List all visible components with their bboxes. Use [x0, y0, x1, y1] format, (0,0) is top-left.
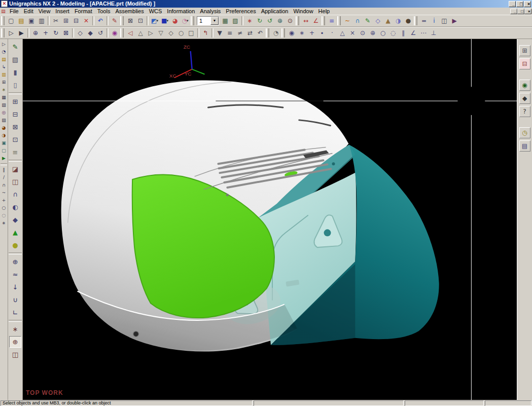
- window-cascade-icon[interactable]: ◫: [439, 16, 449, 26]
- menu-insert[interactable]: Insert: [53, 8, 72, 15]
- split-body-icon[interactable]: ◫: [9, 176, 21, 188]
- assembly-navigator-tab[interactable]: ⊞: [519, 45, 530, 56]
- toolbar-grip[interactable]: [1, 16, 5, 25]
- pen-tool-icon[interactable]: ✎: [110, 16, 120, 26]
- fit-icon[interactable]: ⊠: [61, 28, 71, 38]
- feature-faces-icon[interactable]: □: [186, 28, 196, 38]
- status-resize-grip[interactable]: [485, 400, 531, 406]
- macro-icon[interactable]: ▶: [449, 16, 459, 26]
- sphere-icon[interactable]: ●: [9, 239, 21, 251]
- shaded-icon[interactable]: ◆: [85, 28, 95, 38]
- point-star-icon[interactable]: ∗: [1, 220, 7, 227]
- mid-point-icon[interactable]: ·: [327, 28, 337, 38]
- datum-stack-icon[interactable]: ≡: [9, 146, 21, 158]
- adjacent-faces-icon[interactable]: ▽: [156, 28, 166, 38]
- corner-icon[interactable]: ∟: [9, 307, 21, 318]
- preferences-icon[interactable]: ◔: [271, 28, 281, 38]
- toolbar-grip[interactable]: [296, 16, 299, 25]
- history-tab[interactable]: ◷: [519, 127, 530, 138]
- toolbar-grip[interactable]: [120, 28, 124, 38]
- menu-wcs[interactable]: WCS: [147, 8, 165, 15]
- teapot-icon[interactable]: ◕: [1, 125, 7, 131]
- pin-icon[interactable]: ∗: [1, 87, 7, 93]
- arc-tool-icon[interactable]: ∩: [1, 182, 7, 189]
- arrow-tool-icon[interactable]: ↳: [1, 64, 7, 70]
- paste-icon[interactable]: ⊟: [71, 16, 81, 26]
- cylinder-icon[interactable]: ▯: [9, 79, 21, 91]
- general-selection-icon[interactable]: ◁: [125, 28, 135, 38]
- cut-icon[interactable]: ✂: [51, 16, 61, 26]
- clip-section-icon-dropdown-arrow[interactable]: ▾: [187, 18, 189, 24]
- extrude-body-icon[interactable]: ▮: [9, 66, 21, 78]
- arc-icon[interactable]: ∩: [352, 16, 363, 26]
- annotation-icon[interactable]: ≡: [327, 16, 337, 26]
- zoom-icon[interactable]: ⊕: [30, 28, 41, 38]
- flag-icon[interactable]: ▶: [1, 155, 7, 162]
- arc-center-icon[interactable]: ⊙: [358, 28, 368, 38]
- toolbar-grip[interactable]: [1, 28, 5, 38]
- point-on-face-icon[interactable]: ◌: [388, 28, 398, 38]
- menu-information[interactable]: Information: [164, 8, 197, 15]
- two-curves-icon[interactable]: ∥: [398, 28, 408, 38]
- clip-section-icon[interactable]: ◔▾: [180, 16, 190, 26]
- display-mode-icon-dropdown-arrow[interactable]: ▾: [166, 18, 168, 24]
- menu-view[interactable]: View: [36, 8, 53, 15]
- invert-selection-icon[interactable]: ⇄: [245, 28, 255, 38]
- snap-point-icon[interactable]: ∗: [244, 16, 255, 26]
- pan-icon[interactable]: +: [41, 28, 51, 38]
- minimize-button[interactable]: _: [509, 1, 516, 7]
- information-window-icon[interactable]: i: [429, 16, 439, 26]
- circle-icon[interactable]: ○: [1, 205, 7, 211]
- mdi-minimize-button[interactable]: _: [510, 9, 517, 14]
- offset-curve-icon[interactable]: ≈: [9, 269, 21, 280]
- quadrant-point-icon[interactable]: ⊕: [368, 28, 378, 38]
- revolve-icon[interactable]: ◑: [393, 16, 403, 26]
- graphics-viewport[interactable]: ZC XC YC TOP WORK: [23, 39, 517, 400]
- control-point-icon[interactable]: △: [337, 28, 347, 38]
- select-cursor-icon[interactable]: ▷: [1, 41, 7, 48]
- datum-plane-icon[interactable]: ◇: [373, 16, 383, 26]
- existing-point-icon[interactable]: +: [307, 28, 317, 38]
- menu-tools[interactable]: Tools: [95, 8, 113, 15]
- viewport-canvas[interactable]: ZC XC YC: [23, 39, 517, 400]
- wcs-display-icon[interactable]: ⊙: [285, 16, 295, 26]
- toolbar-grip[interactable]: [281, 28, 285, 38]
- display-mode-icon[interactable]: ■▾: [160, 16, 170, 26]
- point-plus-icon[interactable]: +: [1, 197, 7, 204]
- help-tab[interactable]: ?: [519, 106, 530, 117]
- snap-angle-icon[interactable]: ∠: [408, 28, 418, 38]
- copy-icon[interactable]: ⊞: [61, 16, 71, 26]
- inferred-point-icon[interactable]: ◉: [287, 28, 297, 38]
- update-display-icon[interactable]: ↺: [95, 28, 105, 38]
- mdi-restore-button[interactable]: □: [517, 9, 524, 14]
- view-orbit-icon[interactable]: ◔: [1, 49, 7, 55]
- measure-angle-icon[interactable]: ∠: [311, 16, 321, 26]
- new-icon[interactable]: ▢: [6, 16, 16, 26]
- spline-icon[interactable]: ~: [1, 190, 7, 196]
- folder-open-icon[interactable]: ▤: [1, 56, 7, 63]
- print-icon[interactable]: ▥: [37, 16, 47, 26]
- wcs-dynamics-icon[interactable]: ↻: [255, 16, 265, 26]
- point-on-curve-icon[interactable]: ○: [378, 28, 388, 38]
- deselect-all-icon[interactable]: ≠: [235, 28, 245, 38]
- ellipse-icon[interactable]: ◌: [1, 212, 7, 219]
- toolbar-grip[interactable]: [414, 16, 417, 25]
- grid-point-icon[interactable]: ⋯: [418, 28, 429, 38]
- orient-view-icon[interactable]: ◩▾: [150, 16, 160, 26]
- cursor-point-icon[interactable]: ∗: [297, 28, 307, 38]
- extrude-icon[interactable]: ▲: [383, 16, 393, 26]
- web-browser-tab[interactable]: ◉: [519, 80, 530, 91]
- toolbar-grip[interactable]: [120, 16, 124, 25]
- mdi-close-button[interactable]: ×: [524, 9, 531, 14]
- previous-selection-icon[interactable]: ↶: [255, 28, 265, 38]
- hole-icon[interactable]: ●: [403, 16, 413, 26]
- project-curve-icon[interactable]: ↓: [9, 281, 21, 293]
- region-faces-icon[interactable]: ○: [176, 28, 186, 38]
- subtract-icon[interactable]: ⊟: [9, 108, 21, 120]
- menu-help[interactable]: Help: [316, 8, 333, 15]
- zoom-tool-icon[interactable]: ⊕: [9, 256, 21, 268]
- menu-preferences[interactable]: Preferences: [223, 8, 258, 15]
- work-layer-combo[interactable]: 1▼: [197, 16, 219, 25]
- parallel-lines-icon[interactable]: ∥: [1, 167, 7, 173]
- work-layer-dropdown-arrow[interactable]: ▼: [210, 17, 219, 25]
